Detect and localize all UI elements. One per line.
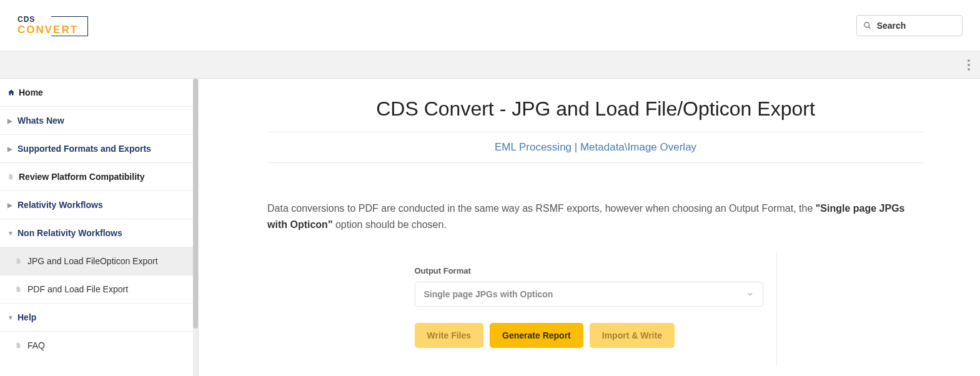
sidebar-item-label: Help — [17, 312, 36, 322]
output-format-select[interactable]: Single page JPGs with Opticon — [415, 282, 763, 307]
divider — [267, 162, 924, 163]
scrollbar-track — [193, 79, 198, 376]
breadcrumb-links: EML Processing | Metadata\Image Overlay — [267, 141, 924, 154]
app-logo: CDS CONVERT — [17, 11, 84, 40]
sidebar-item-supported-formats[interactable]: ▶ Supported Formats and Exports — [0, 135, 198, 163]
home-icon — [7, 89, 15, 96]
sidebar-item-home[interactable]: Home — [0, 79, 198, 107]
intro-paragraph: Data conversions to PDF are conducted in… — [267, 200, 924, 232]
sidebar-subitem-pdf-export[interactable]: PDF and Load File Export — [0, 275, 198, 304]
sidebar-subitem-label: JPG and Load FileOpticon Export — [27, 256, 158, 266]
chevron-right-icon: ▶ — [7, 117, 14, 124]
document-icon — [7, 173, 14, 181]
sidebar-subitem-jpg-opticon[interactable]: JPG and Load FileOpticon Export — [0, 247, 198, 275]
document-icon — [15, 285, 21, 293]
chevron-down-icon: ▼ — [7, 314, 14, 321]
chevron-right-icon: ▶ — [7, 202, 14, 209]
chevron-down-icon — [746, 290, 754, 298]
scrollbar-thumb[interactable] — [193, 79, 198, 329]
sidebar-subitem-label: FAQ — [27, 340, 45, 350]
output-format-label: Output Format — [415, 266, 776, 275]
sidebar-subitem-label: PDF and Load File Export — [27, 284, 128, 294]
sidebar-item-review-platform[interactable]: Review Platform Compatibility — [0, 163, 198, 191]
chevron-right-icon: ▶ — [7, 146, 14, 152]
sidebar-item-label: Review Platform Compatibility — [19, 172, 144, 182]
search-input[interactable] — [877, 21, 956, 31]
chevron-down-icon: ▼ — [7, 230, 14, 237]
sidebar-item-whats-new[interactable]: ▶ Whats New — [0, 107, 198, 135]
main-content: CDS Convert - JPG and Load File/Opticon … — [199, 79, 980, 376]
link-eml-processing[interactable]: EML Processing — [495, 141, 572, 153]
divider — [267, 132, 924, 132]
sidebar-item-help[interactable]: ▼ Help — [0, 304, 198, 332]
sidebar-item-label: Whats New — [17, 116, 64, 126]
sidebar-item-label: Relativity Workflows — [17, 200, 103, 210]
generate-report-button[interactable]: Generate Report — [490, 323, 583, 348]
sidebar-item-label: Non Relativity Workflows — [17, 228, 122, 238]
svg-point-0 — [864, 22, 869, 27]
output-panel: Output Format Single page JPGs with Opti… — [415, 251, 777, 367]
document-icon — [15, 257, 21, 265]
app-header: CDS CONVERT — [0, 0, 980, 51]
search-icon — [863, 21, 872, 31]
link-metadata-overlay[interactable]: Metadata\Image Overlay — [580, 141, 696, 153]
search-box[interactable] — [856, 15, 963, 36]
document-icon — [15, 342, 21, 349]
page-title: CDS Convert - JPG and Load File/Opticon … — [267, 97, 924, 121]
sidebar: Home ▶ Whats New ▶ Supported Formats and… — [0, 79, 199, 376]
write-files-button[interactable]: Write Files — [415, 323, 484, 348]
sidebar-subitem-faq[interactable]: FAQ — [0, 332, 198, 359]
kebab-menu-icon[interactable] — [964, 56, 974, 74]
sidebar-item-relativity-workflows[interactable]: ▶ Relativity Workflows — [0, 191, 198, 219]
toolbar — [0, 51, 980, 79]
svg-line-1 — [869, 26, 871, 28]
sidebar-item-label: Home — [19, 87, 43, 97]
import-write-button[interactable]: Import & Write — [590, 323, 675, 348]
button-row: Write Files Generate Report Import & Wri… — [415, 323, 776, 348]
link-separator: | — [575, 141, 580, 153]
sidebar-item-non-relativity-workflows[interactable]: ▼ Non Relativity Workflows — [0, 219, 198, 247]
select-value: Single page JPGs with Opticon — [424, 289, 553, 299]
sidebar-item-label: Supported Formats and Exports — [17, 144, 151, 154]
